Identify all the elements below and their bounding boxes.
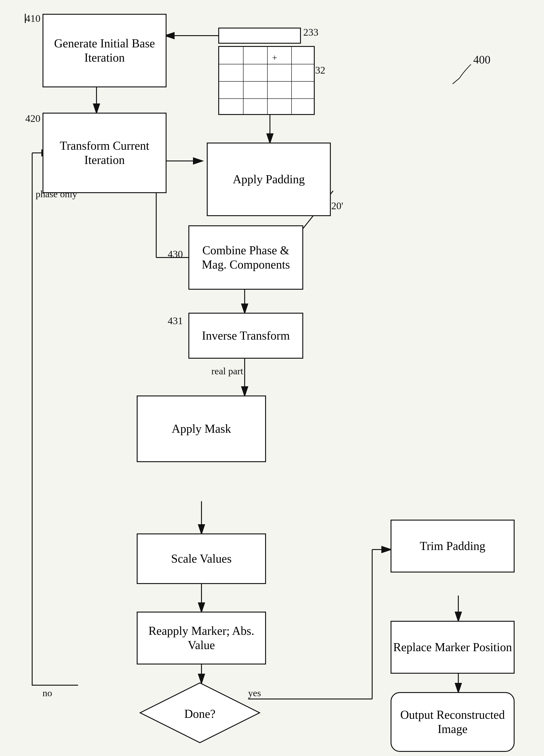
apply-padding-box: Apply Padding xyxy=(207,143,331,216)
done-diamond-svg: Done? xyxy=(138,681,262,745)
transform-label: Transform Current Iteration xyxy=(43,139,166,167)
generate-label: Generate Initial Base Iteration xyxy=(43,36,166,65)
apply-padding-label: Apply Padding xyxy=(233,172,304,186)
replace-marker-box: Replace Marker Position xyxy=(390,621,515,674)
input-grid: + xyxy=(218,46,315,115)
replace-marker-label: Replace Marker Position xyxy=(393,640,512,654)
svg-line-1 xyxy=(453,78,459,84)
figure-ref-label: 400 xyxy=(473,53,490,66)
inverse-transform-label: Inverse Transform xyxy=(202,329,290,343)
ref-233: 233 xyxy=(303,26,318,38)
ref-420: 420 xyxy=(25,113,40,124)
ref-410: 410 xyxy=(25,13,40,24)
reapply-marker-box: Reapply Marker; Abs. Value xyxy=(137,612,266,664)
trim-padding-box: Trim Padding xyxy=(390,520,515,573)
ref-431: 431 xyxy=(168,315,183,327)
inverse-transform-box: Inverse Transform xyxy=(188,313,303,359)
real-part-label: real part xyxy=(211,366,243,377)
no-label: no xyxy=(43,687,52,699)
scale-values-box: Scale Values xyxy=(137,533,266,584)
generate-box: Generate Initial Base Iteration xyxy=(43,14,167,87)
done-diamond-container: Done? xyxy=(138,681,262,745)
input-tape xyxy=(218,28,301,44)
apply-mask-label: Apply Mask xyxy=(172,422,231,436)
flowchart-diagram: 400 410 420 233 232 220' 430 431 440 441… xyxy=(0,0,544,756)
scale-values-label: Scale Values xyxy=(171,552,232,566)
transform-box: Transform Current Iteration xyxy=(43,113,167,193)
reapply-marker-label: Reapply Marker; Abs. Value xyxy=(138,624,265,653)
output-image-box: Output Reconstructed Image xyxy=(390,692,515,752)
combine-phase-box: Combine Phase & Mag. Components xyxy=(188,225,303,290)
svg-text:Done?: Done? xyxy=(184,707,216,720)
svg-text:+: + xyxy=(272,52,277,63)
combine-phase-label: Combine Phase & Mag. Components xyxy=(189,243,302,272)
trim-padding-label: Trim Padding xyxy=(420,539,485,553)
ref-430: 430 xyxy=(168,248,183,260)
apply-mask-box: Apply Mask xyxy=(137,395,266,462)
output-image-label: Output Reconstructed Image xyxy=(391,708,514,736)
